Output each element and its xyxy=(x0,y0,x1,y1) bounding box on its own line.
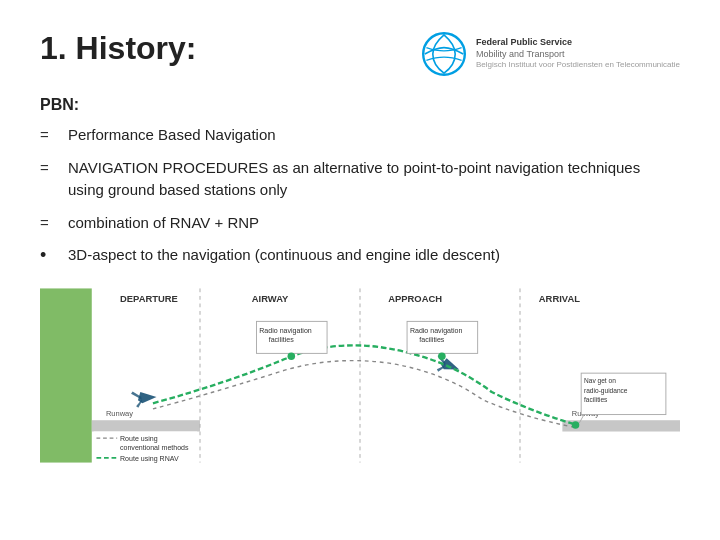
svg-text:Route using: Route using xyxy=(120,435,158,443)
logo-line1: Federal Public Service xyxy=(476,37,680,49)
bullet-text-2: NAVIGATION PROCEDURES as an alternative … xyxy=(68,157,680,202)
bullet-4: • 3D-aspect to the navigation (continuou… xyxy=(40,244,680,269)
bullet-text-1: Performance Based Navigation xyxy=(68,124,680,147)
logo-line3: Belgisch Instituut voor Postdiensten en … xyxy=(476,60,680,70)
diagram-area: DEPARTURE AIRWAY APPROACH ARRIVAL Runway… xyxy=(40,283,680,468)
svg-text:Radio navigation: Radio navigation xyxy=(259,327,312,335)
section-label: PBN: xyxy=(40,96,680,114)
svg-rect-2 xyxy=(40,288,92,462)
bullet-1: = Performance Based Navigation xyxy=(40,124,680,147)
logo-icon xyxy=(420,30,468,78)
logo-area: Federal Public Service Mobility and Tran… xyxy=(420,30,680,78)
svg-text:radio-guidance: radio-guidance xyxy=(584,387,628,395)
page: 1. History: Federal Public Service Mobil… xyxy=(0,0,720,540)
svg-text:Route using RNAV: Route using RNAV xyxy=(120,455,179,463)
page-title: 1. History: xyxy=(40,30,196,67)
svg-text:AIRWAY: AIRWAY xyxy=(252,293,289,304)
bullet-2: = NAVIGATION PROCEDURES as an alternativ… xyxy=(40,157,680,202)
logo-line2: Mobility and Transport xyxy=(476,49,680,61)
svg-text:facilities: facilities xyxy=(269,336,295,343)
svg-text:conventional methods: conventional methods xyxy=(120,444,189,451)
svg-point-23 xyxy=(288,352,296,360)
dash-2: = xyxy=(40,157,68,180)
logo-text: Federal Public Service Mobility and Tran… xyxy=(476,37,680,71)
svg-text:Nav get on: Nav get on xyxy=(584,378,616,386)
svg-text:facilities: facilities xyxy=(419,336,445,343)
content-area: PBN: = Performance Based Navigation = NA… xyxy=(40,96,680,468)
svg-point-27 xyxy=(438,352,446,360)
dot-1: • xyxy=(40,242,68,269)
svg-text:Radio navigation: Radio navigation xyxy=(410,327,463,335)
header: 1. History: Federal Public Service Mobil… xyxy=(40,30,680,78)
bullet-text-3: combination of RNAV + RNP xyxy=(68,212,680,235)
svg-text:facilities: facilities xyxy=(584,396,608,403)
svg-point-0 xyxy=(423,33,465,75)
dash-1: = xyxy=(40,124,68,147)
svg-text:Runway: Runway xyxy=(106,409,133,418)
svg-rect-10 xyxy=(92,420,200,431)
dash-3: = xyxy=(40,212,68,235)
svg-text:ARRIVAL: ARRIVAL xyxy=(539,293,580,304)
svg-text:APPROACH: APPROACH xyxy=(388,293,442,304)
svg-point-32 xyxy=(572,421,580,429)
bullet-text-4: 3D-aspect to the navigation (continuous … xyxy=(68,244,680,267)
diagram-svg: DEPARTURE AIRWAY APPROACH ARRIVAL Runway… xyxy=(40,283,680,468)
svg-text:DEPARTURE: DEPARTURE xyxy=(120,293,178,304)
bullet-3: = combination of RNAV + RNP xyxy=(40,212,680,235)
